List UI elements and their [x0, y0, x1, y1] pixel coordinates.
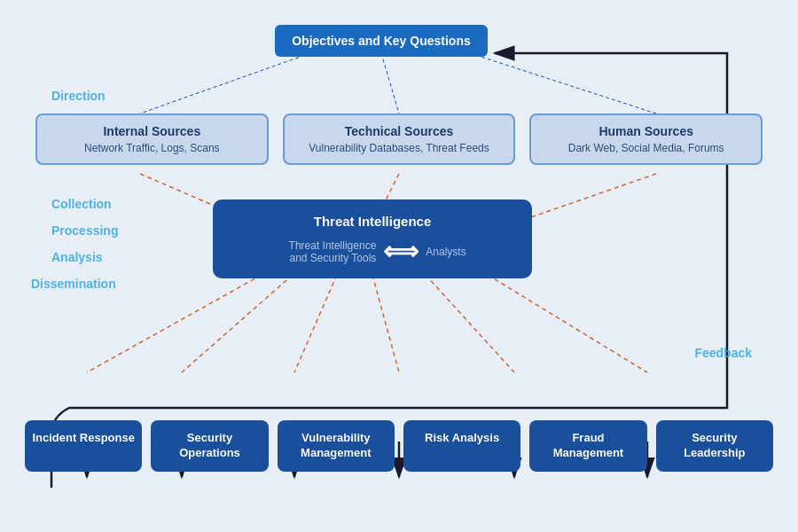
- threat-intel-left-label: Threat Intelligence and Security Tools: [278, 239, 376, 264]
- source-technical-title: Technical Sources: [297, 124, 502, 138]
- source-human-subtitle: Dark Web, Social Media, Forums: [544, 142, 748, 154]
- bottom-box-vulnerability-management: Vulnerability Management: [278, 420, 395, 472]
- svg-line-7: [381, 53, 399, 113]
- bottom-boxes-row: Incident Response Security Operations Vu…: [25, 420, 773, 472]
- svg-line-6: [140, 53, 310, 113]
- svg-line-12: [372, 275, 399, 372]
- label-feedback: Feedback: [694, 346, 752, 360]
- svg-line-11: [294, 275, 337, 372]
- bottom-box-security-leadership: Security Leadership: [656, 420, 773, 472]
- threat-intel-box: Threat Intelligence Threat Intelligence …: [213, 200, 532, 278]
- bottom-box-incident-response: Incident Response: [25, 420, 142, 472]
- source-technical: Technical Sources Vulnerability Database…: [283, 113, 516, 165]
- svg-line-13: [426, 275, 514, 372]
- threat-intel-inner: Threat Intelligence and Security Tools ⟺…: [231, 239, 514, 264]
- label-dissemination: Dissemination: [31, 277, 116, 291]
- svg-line-10: [182, 275, 293, 372]
- source-human-title: Human Sources: [544, 124, 748, 138]
- source-human: Human Sources Dark Web, Social Media, Fo…: [529, 113, 763, 165]
- bottom-box-risk-analysis: Risk Analysis: [403, 420, 520, 472]
- diagram-container: Objectives and Key Questions Direction I…: [0, 0, 798, 532]
- label-analysis: Analysis: [51, 250, 103, 264]
- svg-line-14: [488, 275, 647, 372]
- bottom-box-security-operations: Security Operations: [151, 420, 268, 472]
- source-internal-title: Internal Sources: [50, 124, 254, 138]
- source-internal-subtitle: Network Traffic, Logs, Scans: [50, 142, 254, 154]
- source-technical-subtitle: Vulnerability Databases, Threat Feeds: [297, 142, 502, 154]
- label-processing: Processing: [51, 223, 118, 238]
- threat-intel-title: Threat Intelligence: [231, 214, 514, 229]
- double-arrow-icon: ⟺: [383, 239, 419, 264]
- objectives-box: Objectives and Key Questions: [275, 25, 488, 57]
- bottom-box-fraud-management: Fraud Management: [529, 420, 646, 472]
- sources-row: Internal Sources Network Traffic, Logs, …: [35, 113, 763, 165]
- label-collection: Collection: [51, 197, 112, 211]
- label-direction: Direction: [51, 89, 106, 103]
- source-internal: Internal Sources Network Traffic, Logs, …: [35, 113, 269, 165]
- svg-line-8: [470, 53, 656, 113]
- threat-intel-right-label: Analysts: [426, 246, 466, 258]
